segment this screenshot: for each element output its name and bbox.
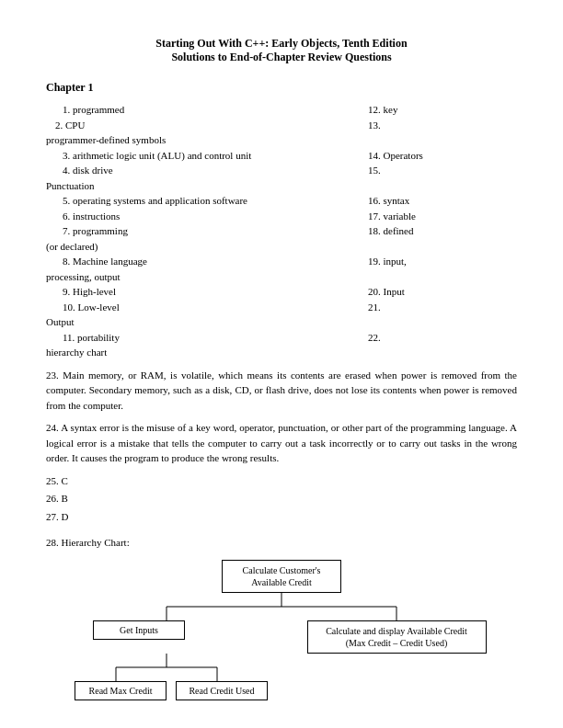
chart-read-max-box: Read Max Credit bbox=[75, 681, 167, 700]
answer-27: 27. D bbox=[46, 509, 517, 525]
chart-get-inputs-box: Get Inputs bbox=[93, 620, 185, 640]
answer-25: 25. C bbox=[46, 473, 517, 489]
answer-17: 17. variable bbox=[359, 209, 517, 224]
or-declared-label: (or declared) bbox=[46, 239, 359, 255]
answer-21: 21. bbox=[359, 300, 517, 315]
answer-23-text: Main memory, or RAM, is volatile, which … bbox=[46, 370, 517, 411]
answer-4: 4. disk drive bbox=[46, 163, 359, 178]
answer-1: 1. programmed bbox=[46, 102, 359, 118]
answer-23-num: 23. bbox=[46, 370, 63, 381]
chapter-heading: Chapter 1 bbox=[46, 81, 517, 95]
answer-prog-def: programmer-defined symbols bbox=[46, 132, 359, 148]
chart-lines2-svg bbox=[75, 654, 488, 681]
answer-23: 23. Main memory, or RAM, is volatile, wh… bbox=[46, 368, 517, 414]
chart-calc-box: Calculate and display Available Credit(M… bbox=[307, 620, 487, 654]
answer-2: 2. CPU bbox=[46, 118, 359, 133]
answer-6: 6. instructions bbox=[46, 209, 359, 224]
answer-24-text: A syntax error is the misuse of a key wo… bbox=[46, 422, 517, 463]
answers-grid: 1. programmed 12. key 2. CPU 13. program… bbox=[46, 102, 517, 360]
title-line2: Solutions to End-of-Chapter Review Quest… bbox=[46, 51, 517, 64]
processing-output-label: processing, output bbox=[46, 269, 359, 285]
answer-24-num: 24. bbox=[46, 422, 61, 433]
output-label: Output bbox=[46, 314, 359, 330]
answer-12: 12. key bbox=[359, 102, 517, 118]
answer-18: 18. defined bbox=[359, 223, 517, 239]
answer-16: 16. syntax bbox=[359, 193, 517, 209]
chart-top-box: Calculate Customer'sAvailable Credit bbox=[222, 560, 341, 593]
title-block: Starting Out With C++: Early Objects, Te… bbox=[46, 37, 517, 64]
hierarchy-section: 28. Hierarchy Chart: Calculate Customer'… bbox=[46, 535, 517, 700]
answer-15: 15. bbox=[359, 163, 517, 178]
answer-11: 11. portability bbox=[46, 330, 359, 346]
answer-5: 5. operating systems and application sof… bbox=[46, 193, 359, 209]
answer-8: 8. Machine language bbox=[46, 254, 359, 269]
answer-14: 14. Operators bbox=[359, 148, 517, 164]
title-line1: Starting Out With C++: Early Objects, Te… bbox=[46, 37, 517, 51]
hierarchy-chart-label: hierarchy chart bbox=[46, 345, 359, 360]
answer-22: 22. bbox=[359, 330, 517, 346]
answer-10: 10. Low-level bbox=[46, 300, 359, 315]
punctuation-label: Punctuation bbox=[46, 178, 359, 194]
chart-label: 28. Hierarchy Chart: bbox=[46, 535, 517, 551]
answer-9: 9. High-level bbox=[46, 284, 359, 300]
answer-19: 19. input, bbox=[359, 254, 517, 269]
answer-7: 7. programming bbox=[46, 223, 359, 239]
answer-26: 26. B bbox=[46, 491, 517, 506]
answer-3: 3. arithmetic logic unit (ALU) and contr… bbox=[46, 148, 359, 164]
answer-13: 13. bbox=[359, 118, 517, 133]
chart-read-credit-box: Read Credit Used bbox=[176, 681, 268, 700]
answer-20: 20. Input bbox=[359, 284, 517, 300]
chart-lines-svg bbox=[75, 593, 488, 620]
answer-24: 24. A syntax error is the misuse of a ke… bbox=[46, 420, 517, 466]
